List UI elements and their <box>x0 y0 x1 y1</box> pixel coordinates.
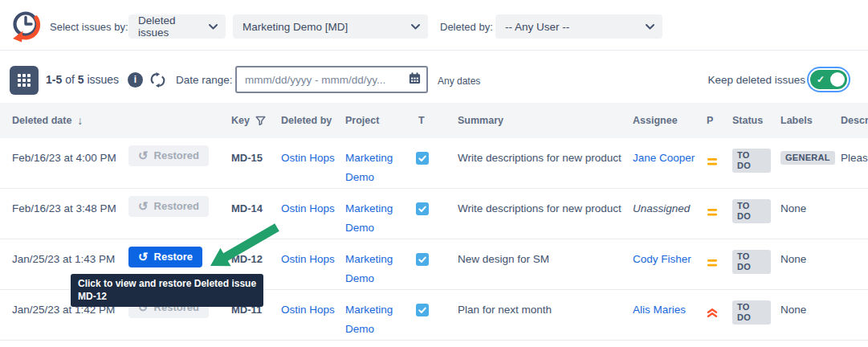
project-link[interactable]: Marketing Demo <box>345 152 393 183</box>
results-count: 1-5 of 5 issues <box>46 73 119 86</box>
summary-cell: Write descriptions for new product <box>458 138 633 168</box>
deleted-date-cell: Feb/16/23 at 4:00 PM <box>12 138 128 168</box>
status-badge: TO DO <box>732 300 771 325</box>
deleted-by-cell: Ostin Hops <box>281 290 345 320</box>
filter-bar: Select issues by: Deleted issues Marketi… <box>0 0 868 51</box>
restore-icon: ↺ <box>138 150 149 161</box>
toggle-knob <box>830 72 845 87</box>
any-dates-hint: Any dates <box>438 76 480 87</box>
project-value: Marketing Demo [MD] <box>242 21 348 33</box>
table-toolbar: 1-5 of 5 issues i Date range: <box>0 51 868 103</box>
project-cell: Marketing Demo <box>345 239 416 288</box>
deleted-by-value: -- Any User -- <box>505 21 569 33</box>
col-summary: Summary <box>458 115 633 126</box>
project-link[interactable]: Marketing Demo <box>345 202 393 234</box>
table-row: Feb/16/23 at 4:00 PM ↺ Restored MD-15 Os… <box>0 138 868 189</box>
restore-deleted-issues-app: Select issues by: Deleted issues Marketi… <box>0 0 868 347</box>
refresh-icon[interactable] <box>149 71 166 92</box>
assignee-cell: Alis Maries <box>633 290 707 320</box>
deleted-date-cell: Feb/16/23 at 3:48 PM <box>12 189 128 218</box>
restore-button[interactable]: ↺ Restored <box>128 196 209 217</box>
type-cell <box>416 290 458 323</box>
col-status: Status <box>732 115 780 126</box>
assignee-link[interactable]: Cody Fisher <box>633 253 691 265</box>
restore-icon: ↺ <box>138 251 149 263</box>
status-badge: TO DO <box>732 199 771 223</box>
col-assignee: Assignee <box>633 115 707 126</box>
keep-deleted-issues-label: Keep deleted issues <box>707 74 805 86</box>
restore-button[interactable]: ↺ Restore <box>128 247 202 267</box>
label-value: None <box>780 304 806 316</box>
col-deleted-date: Deleted date ↓ <box>12 114 128 127</box>
priority-cell <box>707 138 732 173</box>
deleted-by-link[interactable]: Ostin Hops <box>281 253 335 265</box>
type-cell <box>416 138 458 171</box>
deleted-by-link[interactable]: Ostin Hops <box>281 304 335 316</box>
col-key: Key <box>231 115 281 126</box>
restore-icon: ↺ <box>138 201 149 212</box>
assignee-cell: Jane Cooper <box>633 138 707 168</box>
status-cell: TO DO <box>732 290 780 328</box>
priority-cell <box>707 239 732 274</box>
project-link[interactable]: Marketing Demo <box>345 304 393 335</box>
table-body: Feb/16/23 at 4:00 PM ↺ Restored MD-15 Os… <box>0 138 868 341</box>
task-type-icon <box>416 206 429 218</box>
description-cell <box>841 239 868 250</box>
restore-clock-logo-icon <box>6 7 45 46</box>
label-value: None <box>780 253 806 265</box>
assignee-cell: Cody Fisher <box>633 239 707 269</box>
summary-cell: New design for SM <box>458 239 633 269</box>
assignee-cell: Unassigned <box>633 189 707 218</box>
labels-cell: GENERAL <box>780 138 841 168</box>
project-cell: Marketing Demo <box>345 138 416 187</box>
filter-funnel-icon[interactable] <box>255 116 266 126</box>
col-deleted-by: Deleted by <box>281 115 345 126</box>
info-icon[interactable]: i <box>128 72 143 88</box>
col-type: T <box>416 115 458 126</box>
status-cell: TO DO <box>732 189 780 227</box>
key-cell: MD-14 <box>231 189 281 218</box>
priority-icon <box>707 258 718 270</box>
priority-icon <box>707 308 718 320</box>
date-range-input[interactable] <box>235 66 428 93</box>
project-link[interactable]: Marketing Demo <box>345 253 393 284</box>
grid-view-button[interactable] <box>10 66 39 95</box>
description-cell: Please <box>841 138 868 168</box>
restore-button[interactable]: ↺ Restored <box>128 145 209 166</box>
calendar-icon[interactable] <box>408 71 422 88</box>
issue-source-dropdown[interactable]: Deleted issues <box>128 14 226 39</box>
sort-desc-icon[interactable]: ↓ <box>77 114 83 127</box>
assignee-link[interactable]: Unassigned <box>633 202 690 214</box>
keep-deleted-issues-toggle[interactable]: ✓ <box>810 70 847 89</box>
project-dropdown[interactable]: Marketing Demo [MD] <box>233 14 428 39</box>
restore-cell: ↺ Restored <box>128 189 231 217</box>
deleted-by-cell: Ostin Hops <box>281 138 345 168</box>
select-issues-by-label: Select issues by: <box>50 21 128 33</box>
grid-icon <box>17 73 31 88</box>
deleted-by-link[interactable]: Ostin Hops <box>281 152 335 164</box>
type-cell <box>416 239 458 272</box>
status-cell: TO DO <box>732 239 780 277</box>
labels-cell: None <box>780 290 841 320</box>
deleted-by-link[interactable]: Ostin Hops <box>281 202 335 214</box>
deleted-date-cell: Jan/25/23 at 1:43 PM <box>12 239 128 269</box>
deleted-by-label: Deleted by: <box>440 21 493 33</box>
task-type-icon <box>416 155 429 167</box>
restore-cell: ↺ Restored <box>128 138 231 166</box>
task-type-icon <box>416 307 429 319</box>
assignee-link[interactable]: Jane Cooper <box>633 152 695 164</box>
issue-source-value: Deleted issues <box>138 14 202 39</box>
assignee-link[interactable]: Alis Maries <box>633 304 686 316</box>
table-header: Deleted date ↓ Key Deleted by Project T … <box>0 103 868 138</box>
labels-cell: None <box>780 239 841 269</box>
deleted-by-cell: Ostin Hops <box>281 189 345 218</box>
summary-cell: Plan for next month <box>458 290 633 320</box>
deleted-by-dropdown[interactable]: -- Any User -- <box>495 14 662 39</box>
chevron-down-icon <box>209 24 218 30</box>
priority-icon <box>707 207 718 219</box>
key-cell: MD-12 <box>231 239 281 269</box>
label-value: None <box>780 202 806 214</box>
summary-cell: Write descriptions for new product <box>458 189 633 218</box>
col-labels: Labels <box>780 115 841 126</box>
description-cell <box>841 290 868 300</box>
